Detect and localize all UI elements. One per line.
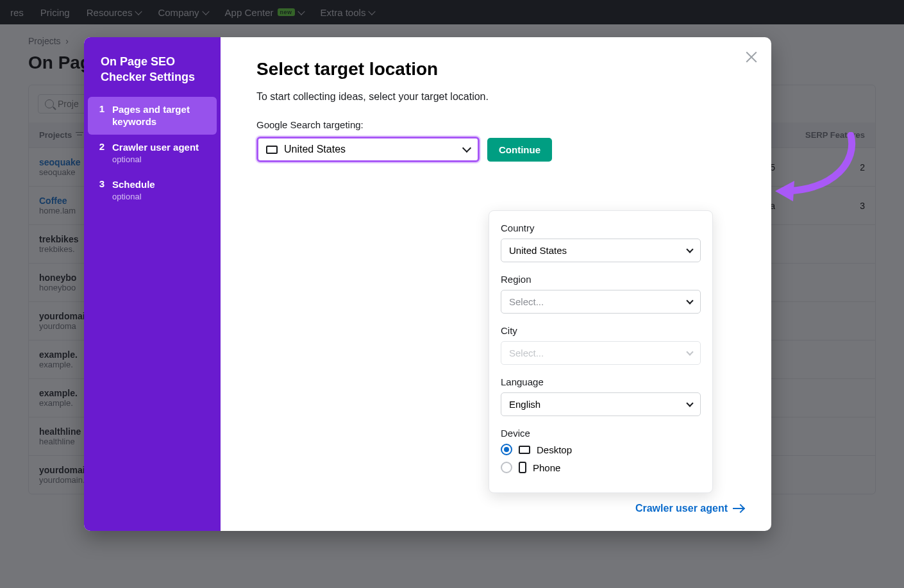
location-value: United States xyxy=(284,144,457,155)
radio-off-icon xyxy=(501,462,512,473)
modal-title: Select target location xyxy=(256,59,735,80)
city-select[interactable]: Select... xyxy=(501,341,701,365)
chevron-down-icon xyxy=(686,348,693,355)
phone-icon xyxy=(519,462,526,473)
language-label: Language xyxy=(501,376,701,387)
country-select[interactable]: United States xyxy=(501,239,701,262)
close-icon[interactable] xyxy=(743,49,760,65)
language-select[interactable]: English xyxy=(501,392,701,416)
city-label: City xyxy=(501,325,701,336)
chevron-down-icon xyxy=(686,246,693,253)
desktop-icon xyxy=(519,446,530,454)
location-dropdown-panel: Country United States Region Select... C… xyxy=(489,210,713,493)
region-label: Region xyxy=(501,274,701,285)
next-step-link[interactable]: Crawler user agent xyxy=(635,503,743,514)
device-phone-option[interactable]: Phone xyxy=(501,462,701,473)
location-selector[interactable]: United States xyxy=(256,137,480,162)
step-pages-keywords[interactable]: 1 Pages and target keywords xyxy=(88,97,217,135)
step-crawler-user-agent[interactable]: 2 Crawler user agentoptional xyxy=(84,135,221,172)
radio-on-icon xyxy=(501,444,512,455)
modal-main: Select target location To start collecti… xyxy=(221,37,771,531)
device-desktop-option[interactable]: Desktop xyxy=(501,444,701,455)
chevron-down-icon xyxy=(686,399,693,407)
modal-sidebar: On Page SEO Checker Settings 1 Pages and… xyxy=(84,37,221,531)
modal-sidebar-title: On Page SEO Checker Settings xyxy=(84,54,221,97)
desktop-icon xyxy=(266,146,278,154)
device-label: Device xyxy=(501,428,701,439)
region-select[interactable]: Select... xyxy=(501,290,701,314)
step-schedule[interactable]: 3 Scheduleoptional xyxy=(84,172,221,209)
modal-subtitle: To start collecting ideas, select your t… xyxy=(256,91,735,103)
targeting-label: Google Search targeting: xyxy=(256,119,735,130)
continue-button[interactable]: Continue xyxy=(487,138,552,162)
country-label: Country xyxy=(501,223,701,233)
chevron-down-icon xyxy=(462,144,471,153)
settings-modal: On Page SEO Checker Settings 1 Pages and… xyxy=(84,37,771,531)
chevron-down-icon xyxy=(686,297,693,304)
arrow-right-icon xyxy=(733,508,743,509)
